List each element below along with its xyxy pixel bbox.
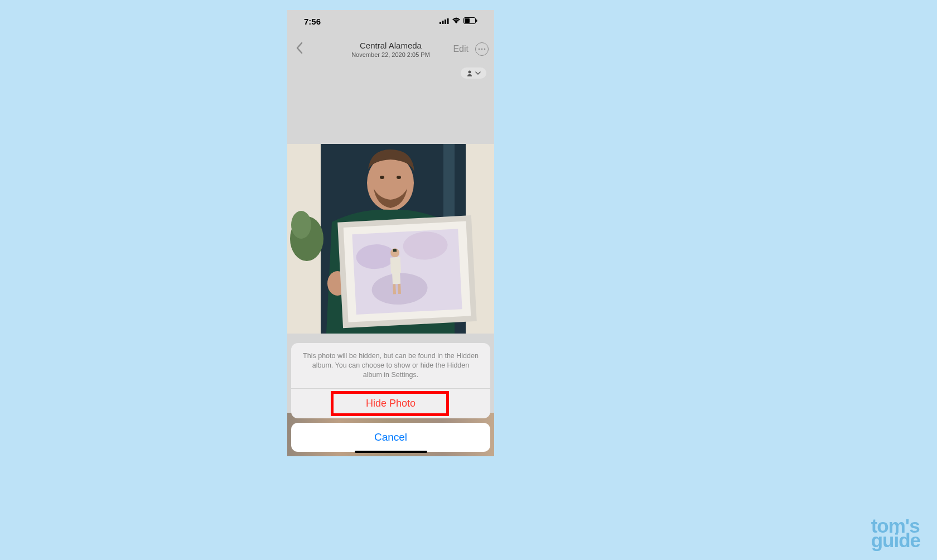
svg-rect-27 [393, 249, 397, 252]
more-options-button[interactable] [475, 42, 489, 56]
svg-point-9 [484, 49, 486, 50]
nav-title-block: Central Alameda November 22, 2020 2:05 P… [351, 41, 430, 58]
person-icon [466, 70, 473, 76]
svg-point-7 [479, 49, 480, 50]
status-bar: 7:56 [287, 10, 494, 32]
svg-point-18 [397, 176, 401, 179]
svg-point-8 [481, 49, 483, 50]
photo-datetime: November 22, 2020 2:05 PM [351, 51, 430, 58]
svg-rect-3 [447, 18, 449, 24]
watermark: tom's guide [871, 518, 920, 549]
people-tag-pill[interactable] [461, 67, 486, 79]
hide-photo-button[interactable]: Hide Photo [291, 389, 490, 418]
status-time: 7:56 [304, 17, 321, 26]
edit-button[interactable]: Edit [453, 44, 468, 54]
svg-rect-6 [476, 20, 477, 22]
svg-rect-1 [442, 21, 444, 24]
action-sheet-card: This photo will be hidden, but can be fo… [291, 343, 490, 418]
home-indicator[interactable] [355, 451, 427, 453]
cancel-button[interactable]: Cancel [291, 423, 490, 452]
chevron-down-icon [475, 71, 481, 75]
svg-rect-28 [390, 257, 401, 273]
status-icons [439, 16, 477, 26]
svg-rect-30 [393, 284, 396, 294]
action-sheet: This photo will be hidden, but can be fo… [291, 343, 490, 452]
photo-viewer[interactable] [287, 144, 494, 334]
svg-rect-2 [445, 20, 446, 24]
wifi-icon [452, 16, 461, 26]
action-sheet-message: This photo will be hidden, but can be fo… [291, 343, 490, 388]
svg-point-15 [291, 211, 311, 239]
signal-icon [439, 16, 449, 26]
back-button[interactable] [293, 40, 306, 58]
svg-rect-5 [465, 18, 470, 23]
svg-rect-29 [392, 273, 400, 284]
photo-location-title: Central Alameda [351, 41, 430, 50]
svg-rect-31 [398, 284, 401, 294]
svg-point-17 [380, 176, 384, 179]
svg-rect-0 [439, 22, 441, 24]
svg-point-10 [468, 71, 471, 74]
battery-icon [463, 16, 477, 26]
nav-bar: Central Alameda November 22, 2020 2:05 P… [287, 32, 494, 66]
phone-screenshot: 7:56 Central Alameda November 22, 2020 2… [287, 10, 494, 456]
